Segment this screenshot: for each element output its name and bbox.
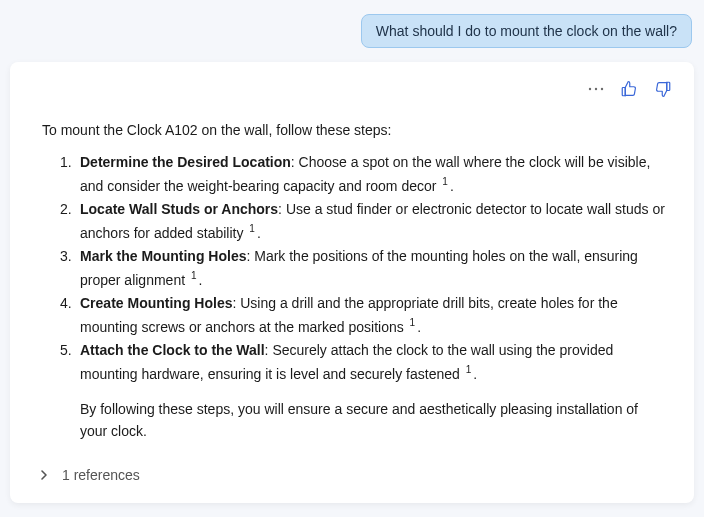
steps-list: Determine the Desired Location: Choose a… bbox=[80, 152, 666, 443]
step-item: Attach the Clock to the Wall: Securely a… bbox=[80, 340, 666, 442]
closing-text: By following these steps, you will ensur… bbox=[80, 399, 666, 442]
step-title: Mark the Mounting Holes bbox=[80, 248, 246, 264]
references-label: 1 references bbox=[62, 467, 140, 483]
thumbs-up-icon bbox=[620, 80, 638, 98]
step-title: Create Mounting Holes bbox=[80, 295, 232, 311]
assistant-card: To mount the Clock A102 on the wall, fol… bbox=[10, 62, 694, 503]
more-options-button[interactable] bbox=[588, 87, 604, 91]
step-title: Locate Wall Studs or Anchors bbox=[80, 201, 278, 217]
step-title: Attach the Clock to the Wall bbox=[80, 342, 265, 358]
thumbs-up-button[interactable] bbox=[620, 80, 638, 98]
user-message-text: What should I do to mount the clock on t… bbox=[376, 23, 677, 39]
step-item: Locate Wall Studs or Anchors: Use a stud… bbox=[80, 199, 666, 244]
step-item: Determine the Desired Location: Choose a… bbox=[80, 152, 666, 197]
citation-ref[interactable]: 1 bbox=[410, 317, 416, 328]
citation-ref[interactable]: 1 bbox=[442, 176, 448, 187]
svg-point-0 bbox=[589, 88, 591, 90]
svg-point-1 bbox=[595, 88, 597, 90]
step-item: Create Mounting Holes: Using a drill and… bbox=[80, 293, 666, 338]
references-toggle[interactable]: 1 references bbox=[38, 467, 672, 483]
thumbs-down-icon bbox=[654, 80, 672, 98]
chevron-right-icon bbox=[38, 469, 50, 481]
user-message-bubble: What should I do to mount the clock on t… bbox=[361, 14, 692, 48]
step-item: Mark the Mounting Holes: Mark the positi… bbox=[80, 246, 666, 291]
message-toolbar bbox=[32, 78, 672, 100]
intro-text: To mount the Clock A102 on the wall, fol… bbox=[42, 122, 672, 138]
svg-point-2 bbox=[601, 88, 603, 90]
citation-ref[interactable]: 1 bbox=[191, 270, 197, 281]
citation-ref[interactable]: 1 bbox=[466, 364, 472, 375]
citation-ref[interactable]: 1 bbox=[249, 223, 255, 234]
ellipsis-icon bbox=[588, 87, 604, 91]
step-title: Determine the Desired Location bbox=[80, 154, 291, 170]
thumbs-down-button[interactable] bbox=[654, 80, 672, 98]
